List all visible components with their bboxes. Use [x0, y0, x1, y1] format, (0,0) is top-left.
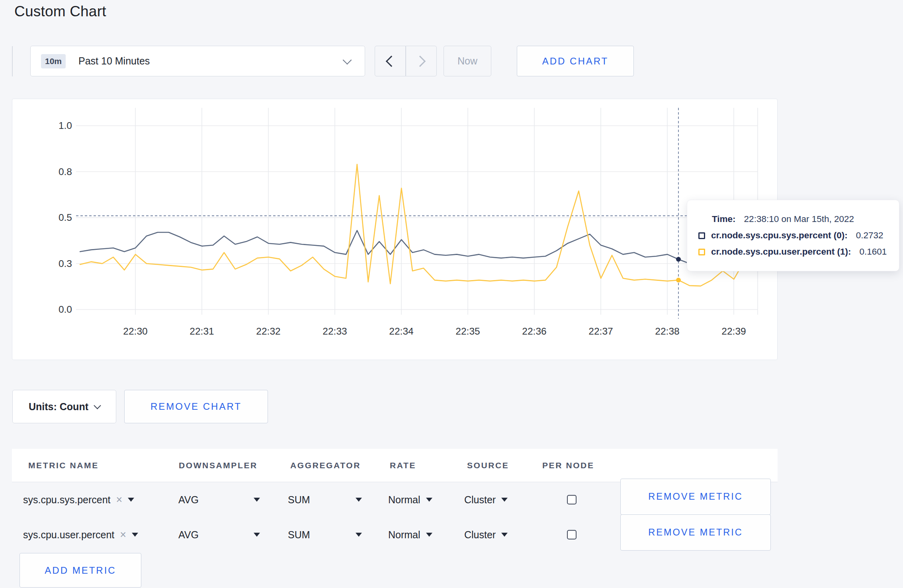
- hover-point-1: [676, 278, 681, 282]
- units-dropdown[interactable]: Units: Count: [12, 390, 116, 423]
- dropdown-caret-icon: [426, 498, 432, 502]
- time-range-label: Past 10 Minutes: [78, 55, 150, 67]
- time-prev-button[interactable]: [375, 46, 406, 76]
- clear-metric-icon[interactable]: ×: [116, 495, 123, 505]
- x-axis-tick-label: 22:37: [588, 326, 613, 337]
- add-metric-button[interactable]: ADD METRIC: [20, 553, 141, 588]
- x-axis-tick-label: 22:35: [455, 326, 480, 337]
- add-chart-button[interactable]: ADD CHART: [517, 46, 634, 76]
- dropdown-caret-icon[interactable]: [356, 498, 362, 502]
- dropdown-caret-icon[interactable]: [128, 498, 134, 502]
- metric-name-select[interactable]: sys.cpu.sys.percent ×: [23, 482, 134, 517]
- chevron-left-icon: [386, 55, 397, 66]
- downsampler-select[interactable]: AVG: [178, 517, 199, 552]
- dropdown-caret-icon: [501, 533, 508, 537]
- column-header-per-node: PER NODE: [542, 449, 594, 482]
- aggregator-select[interactable]: SUM: [288, 482, 310, 517]
- dropdown-caret-icon[interactable]: [254, 498, 260, 502]
- y-axis-tick-label: 0.3: [59, 258, 72, 269]
- chart-tooltip: Time: 22:38:10 on Mar 15th, 2022 cr.node…: [687, 200, 899, 271]
- time-nav-group: [375, 46, 437, 76]
- hover-point-0: [676, 257, 681, 262]
- tooltip-time-row: Time: 22:38:10 on Mar 15th, 2022: [712, 214, 889, 224]
- time-next-button[interactable]: [406, 46, 437, 76]
- x-axis-tick-label: 22:30: [123, 326, 147, 337]
- dropdown-caret-icon: [501, 498, 508, 502]
- clear-metric-icon[interactable]: ×: [120, 530, 126, 540]
- chevron-down-icon: [343, 55, 352, 64]
- per-node-checkbox[interactable]: [567, 495, 577, 504]
- dropdown-caret-icon[interactable]: [132, 533, 138, 537]
- gridlines: 0.00.30.50.81.022:3022:3122:3222:3322:34…: [59, 108, 758, 337]
- tooltip-time-value: 22:38:10 on Mar 15th, 2022: [744, 214, 854, 224]
- chart-crosshair: [76, 108, 758, 319]
- per-node-checkbox[interactable]: [567, 530, 577, 539]
- chevron-right-icon: [414, 55, 426, 66]
- column-header-source: SOURCE: [467, 449, 509, 482]
- rate-value: Normal: [388, 494, 420, 506]
- source-value: Cluster: [464, 494, 496, 506]
- column-header-downsampler: DOWNSAMPLER: [179, 449, 258, 482]
- rate-select[interactable]: Normal: [388, 482, 432, 517]
- x-axis-tick-label: 22:32: [256, 326, 280, 337]
- toolbar-divider: [12, 46, 13, 76]
- series-swatch-icon: [698, 249, 705, 255]
- source-value: Cluster: [464, 529, 496, 541]
- x-axis-tick-label: 22:31: [190, 326, 214, 337]
- x-axis-tick-label: 22:36: [522, 326, 546, 337]
- downsampler-select[interactable]: AVG: [178, 482, 199, 517]
- dropdown-caret-icon[interactable]: [254, 533, 260, 537]
- rate-select[interactable]: Normal: [388, 517, 432, 552]
- tooltip-series-row: cr.node.sys.cpu.sys.percent (0): 0.2732: [698, 230, 889, 241]
- x-axis-tick-label: 22:38: [655, 326, 679, 337]
- y-axis-tick-label: 0.8: [59, 166, 72, 177]
- tooltip-series-label: cr.node.sys.cpu.sys.percent (0):: [711, 230, 848, 241]
- remove-chart-button[interactable]: REMOVE CHART: [124, 390, 268, 423]
- now-button[interactable]: Now: [444, 46, 491, 76]
- series-line-1: [80, 164, 756, 286]
- dropdown-caret-icon[interactable]: [356, 533, 362, 537]
- metric-name-value: sys.cpu.user.percent: [23, 529, 114, 541]
- x-axis-tick-label: 22:33: [322, 326, 347, 337]
- dropdown-caret-icon: [426, 533, 432, 537]
- units-label: Units: Count: [29, 401, 88, 413]
- column-header-metric-name: METRIC NAME: [28, 449, 99, 482]
- source-select[interactable]: Cluster: [464, 517, 508, 552]
- chart-card: 0.00.30.50.81.022:3022:3122:3222:3322:34…: [12, 99, 778, 360]
- metrics-table-header: METRIC NAME DOWNSAMPLER AGGREGATOR RATE …: [12, 449, 778, 482]
- tooltip-time-label: Time:: [712, 214, 736, 224]
- series-line-0: [80, 230, 756, 263]
- tooltip-series-value: 0.1601: [859, 247, 887, 257]
- y-axis-tick-label: 1.0: [59, 120, 72, 131]
- column-header-rate: RATE: [390, 449, 416, 482]
- aggregator-select[interactable]: SUM: [288, 517, 310, 552]
- source-select[interactable]: Cluster: [464, 482, 508, 517]
- tooltip-series-row: cr.node.sys.cpu.user.percent (1): 0.1601: [698, 247, 889, 257]
- time-range-badge: 10m: [41, 54, 66, 68]
- metric-name-value: sys.cpu.sys.percent: [23, 494, 111, 506]
- y-axis-tick-label: 0.0: [59, 304, 72, 315]
- time-range-dropdown[interactable]: 10m Past 10 Minutes: [30, 46, 365, 76]
- remove-metric-button[interactable]: REMOVE METRIC: [620, 514, 771, 551]
- x-axis-tick-label: 22:34: [389, 326, 413, 337]
- y-axis-tick-label: 0.5: [59, 212, 72, 223]
- remove-metric-button[interactable]: REMOVE METRIC: [620, 479, 771, 515]
- column-header-aggregator: AGGREGATOR: [290, 449, 361, 482]
- rate-value: Normal: [388, 529, 420, 541]
- page-title: Custom Chart: [14, 3, 106, 20]
- tooltip-series-label: cr.node.sys.cpu.user.percent (1):: [711, 247, 851, 257]
- x-axis-tick-label: 22:39: [721, 326, 746, 337]
- chevron-down-icon: [94, 402, 101, 409]
- series-swatch-icon: [698, 232, 705, 239]
- cpu-percent-chart[interactable]: 0.00.30.50.81.022:3022:3122:3222:3322:34…: [12, 99, 777, 359]
- metric-name-select[interactable]: sys.cpu.user.percent ×: [23, 517, 138, 552]
- tooltip-series-value: 0.2732: [856, 230, 883, 241]
